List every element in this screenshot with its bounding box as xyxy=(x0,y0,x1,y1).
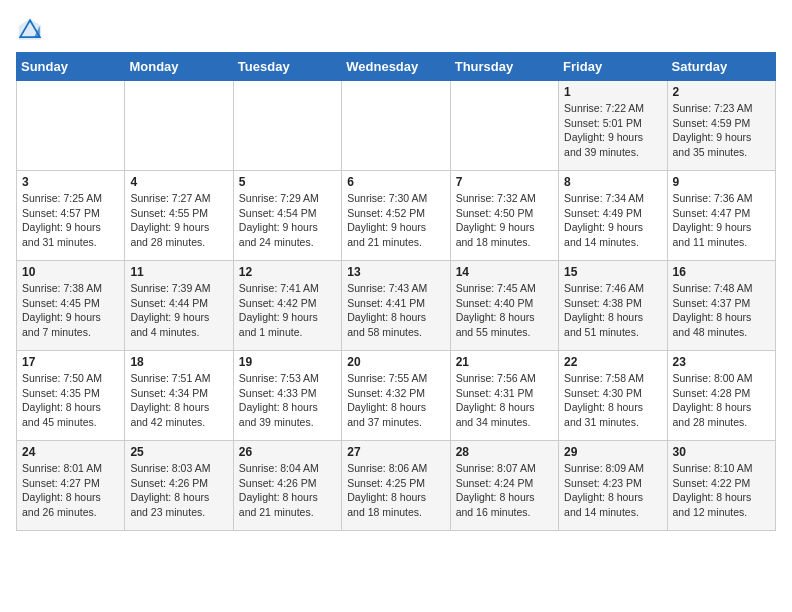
day-number: 16 xyxy=(673,265,770,279)
day-info: Sunrise: 8:09 AM Sunset: 4:23 PM Dayligh… xyxy=(564,461,661,520)
header-thursday: Thursday xyxy=(450,53,558,81)
day-cell-0-1 xyxy=(125,81,233,171)
day-cell-2-5: 15Sunrise: 7:46 AM Sunset: 4:38 PM Dayli… xyxy=(559,261,667,351)
day-cell-2-3: 13Sunrise: 7:43 AM Sunset: 4:41 PM Dayli… xyxy=(342,261,450,351)
day-info: Sunrise: 8:10 AM Sunset: 4:22 PM Dayligh… xyxy=(673,461,770,520)
day-cell-1-2: 5Sunrise: 7:29 AM Sunset: 4:54 PM Daylig… xyxy=(233,171,341,261)
day-cell-4-2: 26Sunrise: 8:04 AM Sunset: 4:26 PM Dayli… xyxy=(233,441,341,531)
day-cell-2-2: 12Sunrise: 7:41 AM Sunset: 4:42 PM Dayli… xyxy=(233,261,341,351)
day-number: 17 xyxy=(22,355,119,369)
day-cell-3-3: 20Sunrise: 7:55 AM Sunset: 4:32 PM Dayli… xyxy=(342,351,450,441)
day-number: 1 xyxy=(564,85,661,99)
day-info: Sunrise: 8:00 AM Sunset: 4:28 PM Dayligh… xyxy=(673,371,770,430)
day-number: 12 xyxy=(239,265,336,279)
day-info: Sunrise: 8:03 AM Sunset: 4:26 PM Dayligh… xyxy=(130,461,227,520)
day-cell-1-6: 9Sunrise: 7:36 AM Sunset: 4:47 PM Daylig… xyxy=(667,171,775,261)
day-info: Sunrise: 7:45 AM Sunset: 4:40 PM Dayligh… xyxy=(456,281,553,340)
day-info: Sunrise: 7:50 AM Sunset: 4:35 PM Dayligh… xyxy=(22,371,119,430)
day-number: 27 xyxy=(347,445,444,459)
day-number: 2 xyxy=(673,85,770,99)
day-cell-3-1: 18Sunrise: 7:51 AM Sunset: 4:34 PM Dayli… xyxy=(125,351,233,441)
day-cell-1-0: 3Sunrise: 7:25 AM Sunset: 4:57 PM Daylig… xyxy=(17,171,125,261)
header-wednesday: Wednesday xyxy=(342,53,450,81)
header-monday: Monday xyxy=(125,53,233,81)
day-info: Sunrise: 7:39 AM Sunset: 4:44 PM Dayligh… xyxy=(130,281,227,340)
day-number: 23 xyxy=(673,355,770,369)
day-info: Sunrise: 7:55 AM Sunset: 4:32 PM Dayligh… xyxy=(347,371,444,430)
day-cell-0-3 xyxy=(342,81,450,171)
day-cell-0-2 xyxy=(233,81,341,171)
week-row-2: 10Sunrise: 7:38 AM Sunset: 4:45 PM Dayli… xyxy=(17,261,776,351)
week-row-3: 17Sunrise: 7:50 AM Sunset: 4:35 PM Dayli… xyxy=(17,351,776,441)
day-cell-1-4: 7Sunrise: 7:32 AM Sunset: 4:50 PM Daylig… xyxy=(450,171,558,261)
day-cell-3-0: 17Sunrise: 7:50 AM Sunset: 4:35 PM Dayli… xyxy=(17,351,125,441)
day-cell-3-6: 23Sunrise: 8:00 AM Sunset: 4:28 PM Dayli… xyxy=(667,351,775,441)
day-cell-4-5: 29Sunrise: 8:09 AM Sunset: 4:23 PM Dayli… xyxy=(559,441,667,531)
header-saturday: Saturday xyxy=(667,53,775,81)
day-number: 5 xyxy=(239,175,336,189)
day-number: 9 xyxy=(673,175,770,189)
day-info: Sunrise: 7:29 AM Sunset: 4:54 PM Dayligh… xyxy=(239,191,336,250)
day-info: Sunrise: 7:58 AM Sunset: 4:30 PM Dayligh… xyxy=(564,371,661,430)
day-number: 24 xyxy=(22,445,119,459)
day-info: Sunrise: 7:32 AM Sunset: 4:50 PM Dayligh… xyxy=(456,191,553,250)
day-cell-3-5: 22Sunrise: 7:58 AM Sunset: 4:30 PM Dayli… xyxy=(559,351,667,441)
day-number: 28 xyxy=(456,445,553,459)
day-info: Sunrise: 8:04 AM Sunset: 4:26 PM Dayligh… xyxy=(239,461,336,520)
day-info: Sunrise: 7:38 AM Sunset: 4:45 PM Dayligh… xyxy=(22,281,119,340)
day-info: Sunrise: 7:27 AM Sunset: 4:55 PM Dayligh… xyxy=(130,191,227,250)
logo-icon xyxy=(16,16,44,44)
day-cell-1-3: 6Sunrise: 7:30 AM Sunset: 4:52 PM Daylig… xyxy=(342,171,450,261)
day-cell-1-5: 8Sunrise: 7:34 AM Sunset: 4:49 PM Daylig… xyxy=(559,171,667,261)
day-cell-4-0: 24Sunrise: 8:01 AM Sunset: 4:27 PM Dayli… xyxy=(17,441,125,531)
day-cell-1-1: 4Sunrise: 7:27 AM Sunset: 4:55 PM Daylig… xyxy=(125,171,233,261)
day-info: Sunrise: 7:41 AM Sunset: 4:42 PM Dayligh… xyxy=(239,281,336,340)
day-number: 18 xyxy=(130,355,227,369)
day-info: Sunrise: 7:23 AM Sunset: 4:59 PM Dayligh… xyxy=(673,101,770,160)
day-info: Sunrise: 7:48 AM Sunset: 4:37 PM Dayligh… xyxy=(673,281,770,340)
day-cell-2-1: 11Sunrise: 7:39 AM Sunset: 4:44 PM Dayli… xyxy=(125,261,233,351)
day-number: 15 xyxy=(564,265,661,279)
day-cell-3-4: 21Sunrise: 7:56 AM Sunset: 4:31 PM Dayli… xyxy=(450,351,558,441)
day-info: Sunrise: 7:43 AM Sunset: 4:41 PM Dayligh… xyxy=(347,281,444,340)
day-number: 11 xyxy=(130,265,227,279)
day-info: Sunrise: 8:06 AM Sunset: 4:25 PM Dayligh… xyxy=(347,461,444,520)
day-info: Sunrise: 7:22 AM Sunset: 5:01 PM Dayligh… xyxy=(564,101,661,160)
day-number: 14 xyxy=(456,265,553,279)
day-info: Sunrise: 7:36 AM Sunset: 4:47 PM Dayligh… xyxy=(673,191,770,250)
day-info: Sunrise: 8:01 AM Sunset: 4:27 PM Dayligh… xyxy=(22,461,119,520)
day-number: 29 xyxy=(564,445,661,459)
day-cell-0-0 xyxy=(17,81,125,171)
day-info: Sunrise: 7:34 AM Sunset: 4:49 PM Dayligh… xyxy=(564,191,661,250)
day-number: 30 xyxy=(673,445,770,459)
day-number: 20 xyxy=(347,355,444,369)
week-row-1: 3Sunrise: 7:25 AM Sunset: 4:57 PM Daylig… xyxy=(17,171,776,261)
day-cell-0-6: 2Sunrise: 7:23 AM Sunset: 4:59 PM Daylig… xyxy=(667,81,775,171)
day-cell-0-5: 1Sunrise: 7:22 AM Sunset: 5:01 PM Daylig… xyxy=(559,81,667,171)
calendar-header-row: SundayMondayTuesdayWednesdayThursdayFrid… xyxy=(17,53,776,81)
day-cell-4-4: 28Sunrise: 8:07 AM Sunset: 4:24 PM Dayli… xyxy=(450,441,558,531)
day-number: 3 xyxy=(22,175,119,189)
page-header xyxy=(16,16,776,44)
week-row-4: 24Sunrise: 8:01 AM Sunset: 4:27 PM Dayli… xyxy=(17,441,776,531)
day-number: 8 xyxy=(564,175,661,189)
day-info: Sunrise: 7:51 AM Sunset: 4:34 PM Dayligh… xyxy=(130,371,227,430)
day-number: 22 xyxy=(564,355,661,369)
day-info: Sunrise: 8:07 AM Sunset: 4:24 PM Dayligh… xyxy=(456,461,553,520)
day-cell-2-0: 10Sunrise: 7:38 AM Sunset: 4:45 PM Dayli… xyxy=(17,261,125,351)
day-cell-4-1: 25Sunrise: 8:03 AM Sunset: 4:26 PM Dayli… xyxy=(125,441,233,531)
day-number: 10 xyxy=(22,265,119,279)
day-cell-0-4 xyxy=(450,81,558,171)
week-row-0: 1Sunrise: 7:22 AM Sunset: 5:01 PM Daylig… xyxy=(17,81,776,171)
day-info: Sunrise: 7:53 AM Sunset: 4:33 PM Dayligh… xyxy=(239,371,336,430)
day-cell-2-4: 14Sunrise: 7:45 AM Sunset: 4:40 PM Dayli… xyxy=(450,261,558,351)
calendar-table: SundayMondayTuesdayWednesdayThursdayFrid… xyxy=(16,52,776,531)
header-tuesday: Tuesday xyxy=(233,53,341,81)
day-cell-4-6: 30Sunrise: 8:10 AM Sunset: 4:22 PM Dayli… xyxy=(667,441,775,531)
day-cell-3-2: 19Sunrise: 7:53 AM Sunset: 4:33 PM Dayli… xyxy=(233,351,341,441)
day-number: 19 xyxy=(239,355,336,369)
day-info: Sunrise: 7:46 AM Sunset: 4:38 PM Dayligh… xyxy=(564,281,661,340)
day-number: 4 xyxy=(130,175,227,189)
header-sunday: Sunday xyxy=(17,53,125,81)
logo xyxy=(16,16,48,44)
